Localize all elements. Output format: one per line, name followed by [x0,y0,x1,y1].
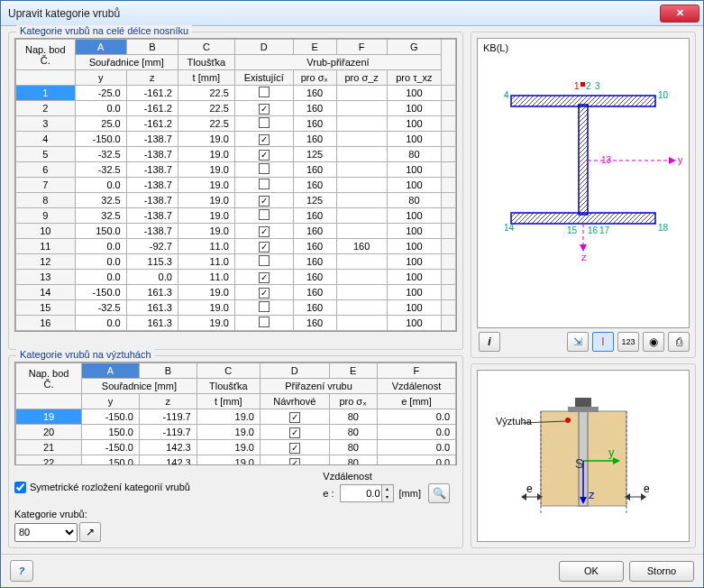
print-button[interactable]: ⎙ [668,332,690,352]
table2[interactable]: Nap. bodČ.ABCDEFSouřadnice [mm]TloušťkaP… [15,363,456,465]
ok-button[interactable]: OK [559,561,624,582]
window-title: Upravit kategorie vrubů [8,7,660,20]
distance-pick-button[interactable]: 🔍 [428,483,450,503]
svg-text:z: z [589,488,595,501]
panel1-title: Kategorie vrubů na celé délce nosníku [16,25,192,36]
svg-text:S: S [575,456,583,471]
preview-panel: KB(L) 1 2 3 4 10 13 [471,32,696,358]
svg-text:17: 17 [599,225,610,235]
svg-rect-4 [581,82,585,87]
distance-input[interactable]: 0.0 [340,484,394,502]
svg-text:15: 15 [567,225,578,235]
panel-stiffener-notches: Kategorie vrubů na výztuhách Nap. bodČ.A… [8,355,463,548]
view-button[interactable]: ◉ [643,332,664,352]
table2-scroll[interactable]: Nap. bodČ.ABCDEFSouřadnice [mm]TloušťkaP… [14,362,457,465]
stiffener-diagram-panel: e e y z S Výztuha [471,363,696,548]
cancel-button[interactable]: Storno [629,561,694,582]
axes-button[interactable]: ⇲ [567,332,589,352]
svg-text:z: z [581,252,587,262]
category-pick-button[interactable]: ↗ [79,522,101,542]
svg-text:Výztuha: Výztuha [496,416,533,427]
svg-point-32 [565,418,571,423]
help-button[interactable]: ? [10,560,33,582]
svg-rect-21 [575,398,591,407]
svg-text:y: y [678,154,682,165]
svg-text:14: 14 [504,223,515,233]
symmetric-checkbox[interactable]: Symetrické rozložení kategorií vrubů [14,482,190,493]
info-button[interactable]: i [479,332,500,352]
table1-scroll[interactable]: Nap. bodČ.ABCDEFGSouřadnice [mm]Tloušťka… [14,38,457,332]
category-label: Kategorie vrubů: [14,509,87,519]
category-select[interactable]: 80 [14,523,78,542]
svg-text:18: 18 [658,223,669,233]
svg-text:4: 4 [504,90,509,100]
svg-text:16: 16 [588,225,599,235]
svg-text:10: 10 [658,90,669,100]
stiffener-preview: e e y z S Výztuha [477,370,690,542]
close-button[interactable]: ✕ [660,5,699,23]
section-button[interactable]: I [592,332,614,352]
values-button[interactable]: 123 [617,332,639,352]
svg-text:e: e [644,482,650,495]
svg-text:2: 2 [586,81,591,91]
section-preview: KB(L) 1 2 3 4 10 13 [477,38,690,328]
svg-text:y: y [608,446,615,459]
ibeam-diagram: 1 2 3 4 10 13 y 14 15 16 17 [484,55,682,262]
panel-beam-notches: Kategorie vrubů na celé délce nosníku Na… [8,32,463,350]
svg-text:3: 3 [595,81,600,91]
distance-label: Vzdálenost [323,471,371,482]
svg-text:1: 1 [574,81,580,91]
svg-rect-2 [579,105,588,215]
panel2-title: Kategorie vrubů na výztuhách [16,349,155,360]
table1[interactable]: Nap. bodČ.ABCDEFGSouřadnice [mm]Tloušťka… [15,39,456,331]
stiffener-diagram: e e y z S Výztuha [478,371,694,533]
svg-text:e: e [526,482,533,495]
svg-rect-22 [568,407,599,412]
titlebar: Upravit kategorie vrubů ✕ [1,1,703,26]
